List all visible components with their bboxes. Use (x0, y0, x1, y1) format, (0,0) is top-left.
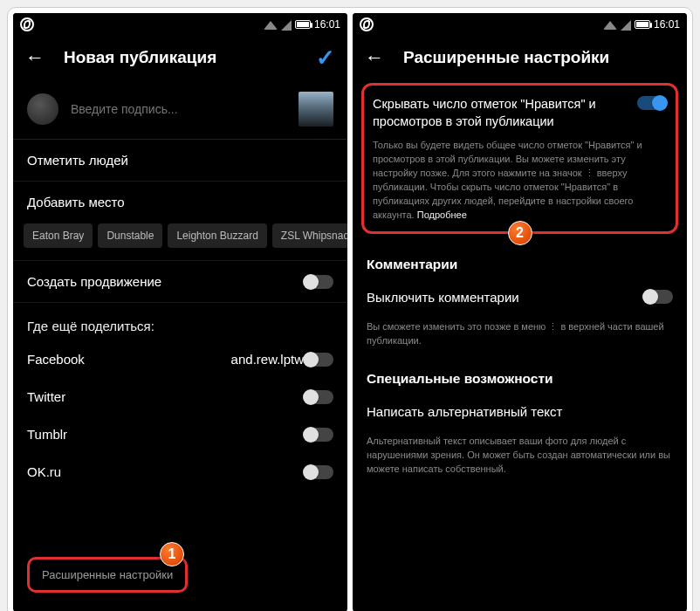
hide-likes-toggle[interactable] (637, 96, 667, 110)
share-twitter[interactable]: Twitter (13, 378, 347, 415)
add-location-row[interactable]: Добавить место (13, 182, 347, 216)
statusbar: 16:01 (353, 13, 687, 36)
share-okru[interactable]: OK.ru (13, 453, 347, 491)
disable-comments-row[interactable]: Выключить комментарии (353, 278, 687, 317)
signal-icon (621, 20, 631, 31)
share-label: Facebook (27, 352, 231, 367)
location-chips: Eaton Bray Dunstable Leighton Buzzard ZS… (13, 216, 347, 261)
share-title: Где ещё поделиться: (13, 303, 347, 340)
wifi-icon (264, 21, 278, 30)
signal-icon (281, 20, 292, 31)
hide-likes-title: Скрывать число отметок "Нравится" и прос… (373, 96, 628, 130)
status-time: 16:01 (654, 18, 680, 31)
caption-input[interactable] (71, 102, 286, 116)
confirm-icon[interactable]: ✓ (316, 45, 335, 72)
create-promo-row[interactable]: Создать продвижение (13, 261, 347, 303)
hide-likes-highlight: Скрывать число отметок "Нравится" и прос… (361, 83, 678, 234)
location-chip[interactable]: ZSL Whipsnade Zoo (272, 223, 347, 248)
alt-text-row[interactable]: Написать альтернативный текст (353, 392, 687, 431)
phone-right: 16:01 ← Расширенные настройки Скрывать ч… (353, 13, 687, 611)
disable-comments-toggle[interactable] (643, 290, 673, 304)
phone-left: 16:01 ← Новая публикация ✓ Отметить люде… (13, 13, 347, 611)
shazam-icon (360, 17, 374, 31)
callout-badge: 2 (508, 221, 532, 245)
disable-comments-label: Выключить комментарии (367, 290, 643, 305)
share-tumblr[interactable]: Tumblr (13, 415, 347, 453)
step-callout-1: 1 (160, 542, 184, 566)
share-toggle[interactable] (304, 353, 333, 367)
statusbar: 16:01 (13, 13, 347, 36)
share-label: Tumblr (27, 427, 304, 442)
tutorial-canvas: 16:01 ← Новая публикация ✓ Отметить люде… (7, 7, 693, 611)
share-label: Twitter (27, 389, 304, 404)
back-icon[interactable]: ← (365, 46, 384, 69)
caption-row[interactable] (13, 79, 347, 140)
create-promo-label: Создать продвижение (27, 274, 304, 289)
accessibility-section-title: Специальные возможности (353, 348, 687, 392)
appbar: ← Расширенные настройки (353, 36, 687, 79)
share-toggle[interactable] (304, 428, 333, 442)
share-toggle[interactable] (304, 465, 333, 479)
share-account: and.rew.lptw (231, 352, 304, 367)
post-thumbnail[interactable] (299, 92, 333, 127)
tag-people-label: Отметить людей (27, 153, 333, 168)
back-icon[interactable]: ← (25, 46, 45, 69)
wifi-icon (603, 21, 617, 30)
tag-people-row[interactable]: Отметить людей (13, 140, 347, 182)
share-facebook[interactable]: Facebook and.rew.lptw (13, 340, 347, 378)
location-chip[interactable]: Eaton Bray (24, 223, 93, 248)
share-toggle[interactable] (304, 390, 333, 404)
alt-text-desc: Альтернативный текст описывает ваши фото… (353, 431, 687, 477)
avatar (27, 93, 58, 125)
page-title: Новая публикация (64, 48, 297, 67)
learn-more-link[interactable]: Подробнее (417, 209, 467, 220)
promo-toggle[interactable] (304, 275, 333, 289)
battery-icon (295, 20, 311, 29)
shazam-icon (20, 17, 34, 31)
page-title: Расширенные настройки (403, 48, 675, 67)
comments-desc: Вы сможете изменить это позже в меню ⋮ в… (353, 317, 687, 348)
alt-text-label: Написать альтернативный текст (367, 404, 673, 419)
hide-likes-desc: Только вы будете видеть общее число отме… (373, 139, 667, 223)
status-time: 16:01 (314, 18, 340, 31)
location-chip[interactable]: Dunstable (98, 223, 162, 248)
battery-icon (635, 20, 650, 29)
share-label: OK.ru (27, 464, 304, 479)
location-chip[interactable]: Leighton Buzzard (168, 223, 266, 248)
step-callout-2: 2 (508, 221, 532, 245)
add-location-label: Добавить место (27, 195, 333, 209)
appbar: ← Новая публикация ✓ (13, 36, 347, 79)
callout-badge: 1 (160, 542, 184, 566)
